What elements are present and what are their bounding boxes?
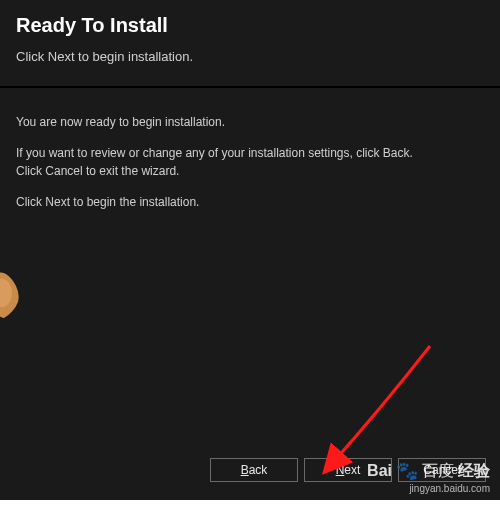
page-title: Ready To Install	[16, 14, 484, 37]
page-subtitle: Click Next to begin installation.	[16, 49, 484, 64]
cancel-button[interactable]: Cancel	[398, 458, 486, 482]
next-instruction-text: Click Next to begin the installation.	[16, 194, 484, 211]
review-text-b: Click Cancel to exit the wizard.	[16, 164, 179, 178]
back-mnemonic: B	[241, 463, 249, 477]
header-section: Ready To Install Click Next to begin ins…	[0, 0, 500, 86]
next-label-rest: ext	[344, 463, 360, 477]
back-label-rest: ack	[249, 463, 268, 477]
footer-section: Back Next Cancel	[0, 446, 500, 500]
review-text: If you want to review or change any of y…	[16, 145, 484, 180]
installer-window: Ready To Install Click Next to begin ins…	[0, 0, 500, 500]
next-button[interactable]: Next	[304, 458, 392, 482]
back-button[interactable]: Back	[210, 458, 298, 482]
ready-text: You are now ready to begin installation.	[16, 114, 484, 131]
content-section: You are now ready to begin installation.…	[0, 88, 500, 446]
review-text-a: If you want to review or change any of y…	[16, 146, 413, 160]
